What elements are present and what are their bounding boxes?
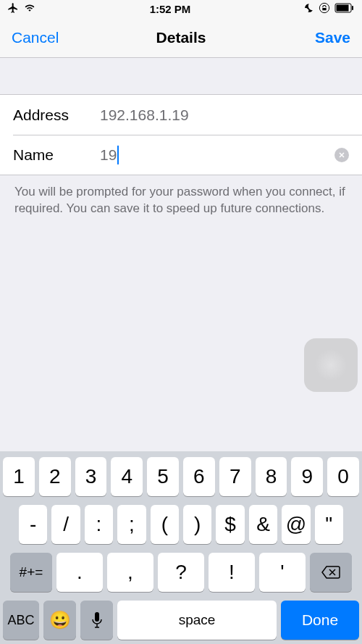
key-apostrophe[interactable]: ' bbox=[259, 553, 306, 592]
key-2[interactable]: 2 bbox=[39, 457, 71, 496]
key-5[interactable]: 5 bbox=[147, 457, 179, 496]
key-3[interactable]: 3 bbox=[75, 457, 107, 496]
name-input[interactable]: 19 bbox=[100, 146, 349, 164]
key-emoji[interactable]: 😀 bbox=[43, 601, 76, 640]
save-button[interactable]: Save bbox=[315, 29, 350, 46]
keyboard-row-3: #+= . , ? ! ' bbox=[3, 553, 359, 592]
emoji-icon: 😀 bbox=[49, 610, 71, 630]
key-symbols-mode[interactable]: #+= bbox=[10, 553, 52, 592]
cancel-button[interactable]: Cancel bbox=[12, 29, 59, 46]
key-dollar[interactable]: $ bbox=[216, 505, 244, 544]
key-semicolon[interactable]: ; bbox=[117, 505, 146, 544]
clear-text-button[interactable] bbox=[334, 148, 349, 162]
key-0[interactable]: 0 bbox=[327, 457, 359, 496]
text-cursor bbox=[117, 146, 119, 164]
microphone-icon bbox=[91, 611, 103, 629]
airplane-mode-icon bbox=[7, 2, 19, 16]
key-quote[interactable]: " bbox=[315, 505, 343, 544]
key-question[interactable]: ? bbox=[158, 553, 204, 592]
wifi-icon bbox=[23, 3, 36, 15]
status-left bbox=[7, 2, 36, 16]
key-abc-mode[interactable]: ABC bbox=[3, 601, 39, 640]
orientation-lock-icon bbox=[319, 2, 330, 16]
key-slash[interactable]: / bbox=[51, 505, 80, 544]
key-period[interactable]: . bbox=[56, 553, 103, 592]
do-not-disturb-icon bbox=[304, 3, 314, 15]
footer-help-text: You will be prompted for your password w… bbox=[0, 175, 362, 226]
key-closeparen[interactable]: ) bbox=[183, 505, 211, 544]
key-8[interactable]: 8 bbox=[256, 457, 287, 496]
name-label: Name bbox=[13, 146, 100, 164]
keyboard-row-1: 1 2 3 4 5 6 7 8 9 0 bbox=[3, 457, 359, 496]
battery-icon bbox=[334, 3, 355, 15]
key-6[interactable]: 6 bbox=[183, 457, 215, 496]
name-row[interactable]: Name 19 bbox=[13, 135, 362, 175]
key-exclaim[interactable]: ! bbox=[209, 553, 255, 592]
page-title: Details bbox=[156, 29, 206, 46]
key-openparen[interactable]: ( bbox=[151, 505, 179, 544]
navigation-bar: Cancel Details Save bbox=[0, 17, 362, 58]
address-label: Address bbox=[13, 106, 100, 124]
svg-rect-2 bbox=[336, 4, 348, 11]
assistive-touch-icon bbox=[315, 349, 347, 381]
backspace-icon bbox=[321, 565, 341, 580]
keyboard-row-2: - / : ; ( ) $ & @ " bbox=[3, 505, 359, 544]
status-right bbox=[304, 2, 355, 16]
key-colon[interactable]: : bbox=[85, 505, 113, 544]
keyboard: 1 2 3 4 5 6 7 8 9 0 - / : ; ( ) $ & @ " … bbox=[0, 451, 362, 644]
form-section: Address 192.168.1.19 Name 19 bbox=[0, 94, 362, 175]
key-9[interactable]: 9 bbox=[291, 457, 323, 496]
key-7[interactable]: 7 bbox=[219, 457, 251, 496]
key-4[interactable]: 4 bbox=[111, 457, 143, 496]
svg-rect-4 bbox=[95, 612, 99, 622]
key-done[interactable]: Done bbox=[281, 601, 359, 640]
address-row[interactable]: Address 192.168.1.19 bbox=[0, 95, 362, 135]
key-dictation[interactable] bbox=[80, 601, 113, 640]
key-at[interactable]: @ bbox=[282, 505, 310, 544]
svg-rect-3 bbox=[352, 6, 353, 10]
keyboard-row-4: ABC 😀 space Done bbox=[3, 601, 359, 640]
key-hyphen[interactable]: - bbox=[19, 505, 47, 544]
status-time: 1:52 PM bbox=[150, 3, 191, 15]
key-backspace[interactable] bbox=[310, 553, 352, 592]
key-space[interactable]: space bbox=[117, 601, 277, 640]
key-comma[interactable]: , bbox=[107, 553, 153, 592]
key-1[interactable]: 1 bbox=[3, 457, 35, 496]
address-value: 192.168.1.19 bbox=[100, 106, 349, 124]
assistive-touch-button[interactable] bbox=[304, 338, 358, 392]
key-ampersand[interactable]: & bbox=[249, 505, 277, 544]
status-bar: 1:52 PM bbox=[0, 0, 362, 17]
